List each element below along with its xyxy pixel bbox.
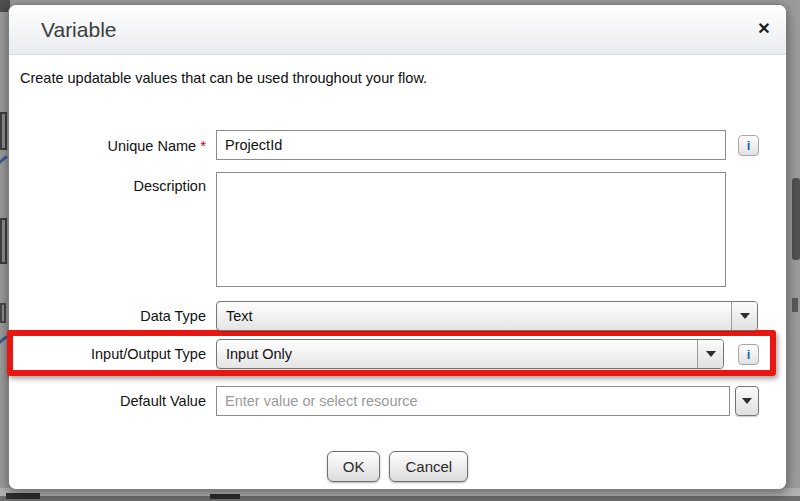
backdrop-fragment [210,494,240,499]
input-output-type-row: Input/Output Type Input Only i [9,339,786,369]
data-type-dropdown[interactable]: Text [216,301,758,331]
chevron-down-icon [706,351,716,357]
dialog-title: Variable [9,5,786,55]
data-type-label: Data Type [9,308,206,324]
chevron-down-icon [742,398,752,404]
backdrop-fragment [6,493,40,499]
unique-name-label: Unique Name* [9,137,206,154]
description-row: Description [9,172,786,287]
ok-button[interactable]: OK [327,451,381,482]
default-value-row: Default Value [9,386,786,416]
backdrop-fragment [0,335,8,344]
chevron-down-icon [740,313,750,319]
dropdown-arrow-button[interactable] [697,340,723,368]
dialog-subtitle: Create updatable values that can be used… [20,70,786,88]
backdrop-fragment [0,496,800,501]
info-icon[interactable]: i [738,344,759,365]
data-type-selected-value: Text [217,308,253,324]
backdrop-fragment [0,303,6,323]
input-output-type-dropdown[interactable]: Input Only [216,339,724,369]
variable-dialog: Variable ✕ Create updatable values that … [8,4,787,490]
backdrop-fragment [0,155,8,164]
dialog-header: Variable ✕ [9,5,786,55]
data-type-row: Data Type Text [9,301,786,331]
input-output-type-label: Input/Output Type [9,346,206,362]
default-value-label: Default Value [9,393,206,409]
backdrop-fragment [0,112,7,150]
description-label: Description [9,172,206,194]
dialog-button-row: OK Cancel [9,451,786,482]
default-value-input[interactable] [216,386,730,416]
unique-name-label-text: Unique Name [107,138,196,154]
input-output-type-selected-value: Input Only [217,346,292,362]
info-icon[interactable]: i [738,135,759,156]
unique-name-input[interactable] [216,130,726,160]
unique-name-row: Unique Name* i [9,130,786,160]
backdrop-scrollbar [792,178,800,260]
cancel-button[interactable]: Cancel [389,451,468,482]
description-textarea[interactable] [216,172,726,287]
close-icon[interactable]: ✕ [753,18,775,40]
required-asterisk: * [200,137,206,154]
default-value-dropdown-button[interactable] [735,386,759,416]
backdrop-fragment [792,298,798,312]
dropdown-arrow-button[interactable] [731,302,757,330]
backdrop-fragment [0,218,7,264]
